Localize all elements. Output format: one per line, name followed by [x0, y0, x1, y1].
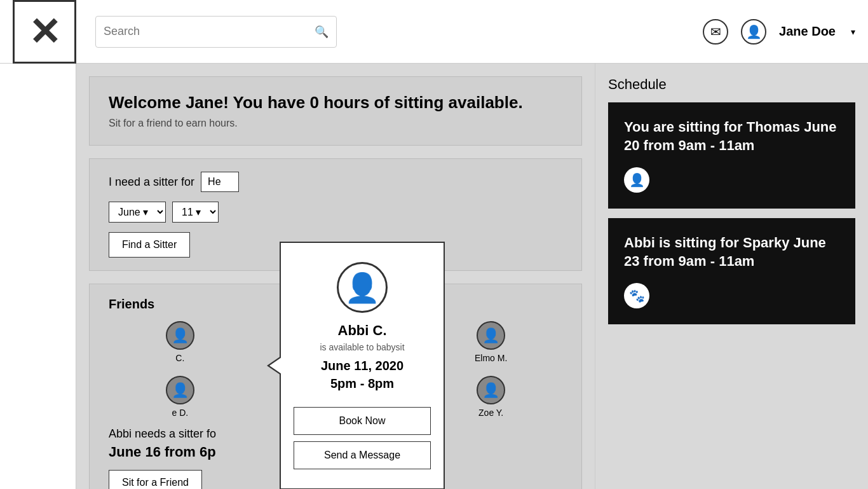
right-panel: Schedule You are sitting for Thomas June…	[595, 64, 868, 489]
friend-name: Zoe Y.	[478, 408, 503, 418]
schedule-title: Schedule	[608, 76, 855, 93]
user-avatar-icon[interactable]: 👤	[741, 19, 766, 45]
search-input[interactable]	[104, 25, 315, 38]
search-bar[interactable]: 🔍	[95, 16, 337, 48]
schedule-card-1-title: You are sitting for Thomas June 20 from …	[624, 118, 839, 155]
person-icon: 👤	[624, 167, 649, 193]
popup-availability-text: is available to babysit	[320, 342, 404, 352]
main-layout: Welcome Jane! You have 0 hours of sittin…	[0, 64, 868, 489]
logo-icon: ✕	[29, 10, 60, 54]
schedule-card-2: Abbi is sitting for Sparky June 23 from …	[608, 218, 855, 324]
list-item: 👤 e D.	[109, 376, 252, 418]
friend-name: C.	[175, 353, 184, 363]
book-now-button[interactable]: Book Now	[294, 407, 431, 435]
sitter-label: I need a sitter for	[109, 176, 194, 189]
popup-sitter-name: Abbi C.	[338, 322, 387, 339]
month-select[interactable]: June ▾	[109, 202, 166, 223]
schedule-card-1: You are sitting for Thomas June 20 from …	[608, 102, 855, 209]
schedule-card-2-title: Abbi is sitting for Sparky June 23 from …	[624, 234, 839, 270]
avatar: 👤	[477, 376, 505, 404]
send-message-button[interactable]: Send a Message	[294, 441, 431, 469]
logo[interactable]: ✕	[13, 0, 76, 64]
search-icon: 🔍	[315, 25, 329, 39]
sidebar	[0, 64, 76, 489]
find-sitter-button[interactable]: Find a Sitter	[109, 232, 190, 258]
paw-icon: 🐾	[624, 283, 649, 308]
sitter-name-input[interactable]	[201, 172, 239, 192]
sit-for-friend-button[interactable]: Sit for a Friend	[109, 470, 202, 489]
header-right: ✉ 👤 Jane Doe ▾	[703, 19, 855, 45]
popup-time: 5pm - 8pm	[330, 376, 394, 391]
popup-date: June 11, 2020	[321, 359, 403, 373]
date-row: June ▾ 11 ▾	[109, 202, 562, 223]
list-item: 👤 C.	[109, 321, 252, 363]
content-area: Welcome Jane! You have 0 hours of sittin…	[76, 64, 595, 489]
header: ✕ 🔍 ✉ 👤 Jane Doe ▾	[0, 0, 868, 64]
avatar: 👤	[477, 321, 505, 350]
sitter-row: I need a sitter for	[109, 172, 562, 192]
friend-name: Elmo M.	[475, 353, 507, 363]
mail-icon[interactable]: ✉	[703, 19, 728, 45]
popup-arrow	[267, 356, 281, 375]
friend-name: e D.	[172, 408, 188, 418]
welcome-subtitle: Sit for a friend to earn hours.	[109, 118, 562, 129]
welcome-title: Welcome Jane! You have 0 hours of sittin…	[109, 93, 562, 113]
welcome-banner: Welcome Jane! You have 0 hours of sittin…	[89, 76, 582, 146]
avatar: 👤	[166, 376, 194, 404]
popup-avatar: 👤	[337, 262, 388, 313]
user-name[interactable]: Jane Doe	[779, 24, 836, 39]
sitter-popup: 👤 Abbi C. is available to babysit June 1…	[280, 242, 445, 489]
user-dropdown-arrow[interactable]: ▾	[851, 27, 855, 37]
avatar: 👤	[166, 321, 194, 350]
day-select[interactable]: 11 ▾	[172, 202, 219, 223]
